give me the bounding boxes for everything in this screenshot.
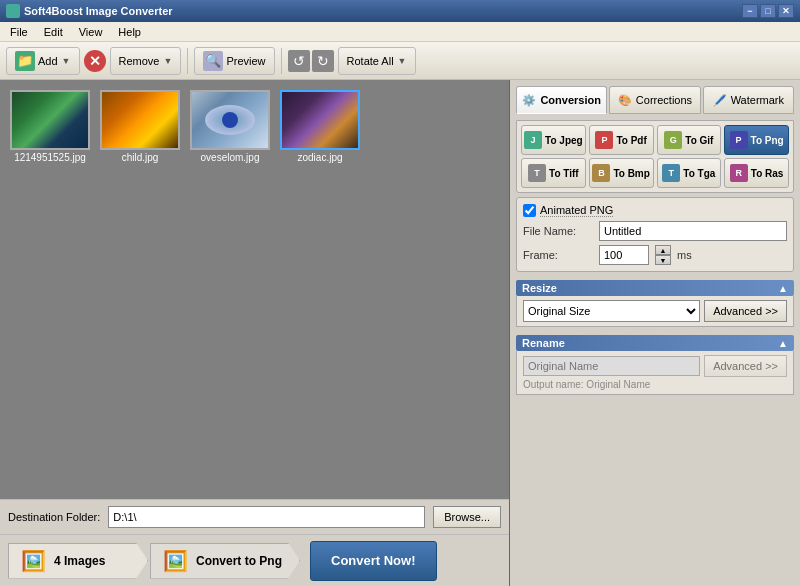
- title-bar: Soft4Boost Image Converter − □ ✕: [0, 0, 800, 22]
- remove-icon: ✕: [84, 50, 106, 72]
- ms-label: ms: [677, 249, 692, 261]
- menu-view[interactable]: View: [73, 24, 109, 40]
- title-bar-controls: − □ ✕: [742, 4, 794, 18]
- convert-now-button[interactable]: Convert Now!: [310, 541, 437, 581]
- filename-1: 1214951525.jpg: [14, 152, 86, 163]
- animated-png-label: Animated PNG: [540, 204, 613, 217]
- bmp-icon: B: [592, 164, 610, 182]
- tab-corrections[interactable]: 🎨 Corrections: [609, 86, 700, 114]
- thumbnail-1: [10, 90, 90, 150]
- menu-edit[interactable]: Edit: [38, 24, 69, 40]
- step2-label: Convert to Png: [196, 554, 282, 568]
- frame-input[interactable]: [599, 245, 649, 265]
- list-item[interactable]: 1214951525.jpg: [10, 90, 90, 163]
- sep2: [281, 48, 282, 74]
- rename-header: Rename ▲: [516, 335, 794, 351]
- close-button[interactable]: ✕: [778, 4, 794, 18]
- action-bar: 🖼️ 4 Images 🖼️ Convert to Png Convert No…: [0, 534, 509, 586]
- remove-dropdown-arrow: ▼: [163, 56, 172, 66]
- sep1: [187, 48, 188, 74]
- main-area: 1214951525.jpg child.jpg oveselom.jpg: [0, 80, 800, 586]
- frame-spin-up[interactable]: ▲: [655, 245, 671, 255]
- frame-spinner: ▲ ▼: [655, 245, 671, 265]
- image-grid: 1214951525.jpg child.jpg oveselom.jpg: [0, 80, 509, 499]
- preview-icon: 🔍: [203, 51, 223, 71]
- rotate-dropdown-arrow: ▼: [398, 56, 407, 66]
- filename-3: oveselom.jpg: [201, 152, 260, 163]
- pdf-icon: P: [595, 131, 613, 149]
- list-item[interactable]: oveselom.jpg: [190, 90, 270, 163]
- rotate-icons: ↺ ↻: [288, 50, 334, 72]
- step1-label: 4 Images: [54, 554, 105, 568]
- destination-bar: Destination Folder: Browse...: [0, 499, 509, 534]
- add-icon: 📁: [15, 51, 35, 71]
- add-button[interactable]: 📁 Add ▼: [6, 47, 80, 75]
- resize-content: Original Size Advanced >>: [516, 296, 794, 327]
- rename-title: Rename: [522, 337, 565, 349]
- menu-help[interactable]: Help: [112, 24, 147, 40]
- format-ras[interactable]: R To Ras: [724, 158, 789, 188]
- format-png[interactable]: P To Png: [724, 125, 789, 155]
- format-grid: J To Jpeg P To Pdf G To Gif P To Png T T…: [516, 120, 794, 193]
- step2-icon: 🖼️: [163, 549, 188, 573]
- app-title: Soft4Boost Image Converter: [24, 5, 173, 17]
- rename-input[interactable]: [523, 356, 700, 376]
- tab-conversion[interactable]: ⚙️ Conversion: [516, 86, 607, 114]
- tif-icon: T: [528, 164, 546, 182]
- corrections-icon: 🎨: [618, 94, 632, 107]
- format-tga[interactable]: T To Tga: [657, 158, 722, 188]
- format-tiff[interactable]: T To Tiff: [521, 158, 586, 188]
- toolbar: 📁 Add ▼ ✕ Remove ▼ 🔍 Preview ↺ ↻ Rotate …: [0, 42, 800, 80]
- rotate-right-icon[interactable]: ↻: [312, 50, 334, 72]
- menu-file[interactable]: File: [4, 24, 34, 40]
- rename-collapse[interactable]: ▲: [778, 338, 788, 349]
- thumbnail-3: [190, 90, 270, 150]
- format-bmp[interactable]: B To Bmp: [589, 158, 654, 188]
- minimize-button[interactable]: −: [742, 4, 758, 18]
- maximize-button[interactable]: □: [760, 4, 776, 18]
- resize-select[interactable]: Original Size: [523, 300, 700, 322]
- resize-advanced-button[interactable]: Advanced >>: [704, 300, 787, 322]
- file-name-row: File Name:: [523, 221, 787, 241]
- frame-spin-down[interactable]: ▼: [655, 255, 671, 265]
- rotate-left-icon[interactable]: ↺: [288, 50, 310, 72]
- jpeg-icon: J: [524, 131, 542, 149]
- resize-section: Resize ▲ Original Size Advanced >>: [516, 276, 794, 327]
- menu-bar: File Edit View Help: [0, 22, 800, 42]
- step1: 🖼️ 4 Images: [8, 543, 148, 579]
- output-name-label: Output name: Original Name: [523, 379, 787, 390]
- preview-button[interactable]: 🔍 Preview: [194, 47, 274, 75]
- resize-row: Original Size Advanced >>: [523, 300, 787, 322]
- title-bar-left: Soft4Boost Image Converter: [6, 4, 173, 18]
- rename-row: Advanced >>: [523, 355, 787, 377]
- app-icon: [6, 4, 20, 18]
- rename-advanced-button[interactable]: Advanced >>: [704, 355, 787, 377]
- file-name-input[interactable]: [599, 221, 787, 241]
- resize-title: Resize: [522, 282, 557, 294]
- list-item[interactable]: child.jpg: [100, 90, 180, 163]
- list-item[interactable]: zodiac.jpg: [280, 90, 360, 163]
- format-pdf[interactable]: P To Pdf: [589, 125, 654, 155]
- format-jpeg[interactable]: J To Jpeg: [521, 125, 586, 155]
- tga-icon: T: [662, 164, 680, 182]
- watermark-icon: 🖊️: [713, 94, 727, 107]
- gif-icon: G: [664, 131, 682, 149]
- format-gif[interactable]: G To Gif: [657, 125, 722, 155]
- filename-2: child.jpg: [122, 152, 159, 163]
- thumbnail-2: [100, 90, 180, 150]
- tab-row: ⚙️ Conversion 🎨 Corrections 🖊️ Watermark: [516, 86, 794, 114]
- remove-button[interactable]: Remove ▼: [110, 47, 182, 75]
- file-name-label: File Name:: [523, 225, 593, 237]
- png-icon: P: [730, 131, 748, 149]
- rename-content: Advanced >> Output name: Original Name: [516, 351, 794, 395]
- step1-icon: 🖼️: [21, 549, 46, 573]
- tab-watermark[interactable]: 🖊️ Watermark: [703, 86, 794, 114]
- resize-collapse[interactable]: ▲: [778, 283, 788, 294]
- animated-png-checkbox[interactable]: [523, 204, 536, 217]
- rotate-all-button[interactable]: Rotate All ▼: [338, 47, 416, 75]
- destination-input[interactable]: [108, 506, 425, 528]
- frame-label: Frame:: [523, 249, 593, 261]
- right-panel: ⚙️ Conversion 🎨 Corrections 🖊️ Watermark…: [510, 80, 800, 586]
- browse-button[interactable]: Browse...: [433, 506, 501, 528]
- add-dropdown-arrow: ▼: [62, 56, 71, 66]
